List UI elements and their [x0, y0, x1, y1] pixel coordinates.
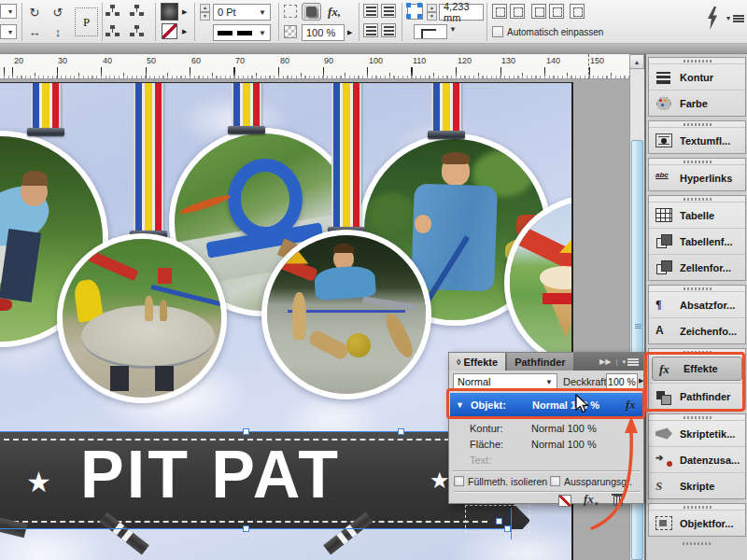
reference-point-proxy[interactable]: P [75, 7, 98, 36]
rotate-ccw-icon[interactable]: ↺ [49, 4, 67, 21]
selection-handle[interactable] [243, 428, 249, 435]
stroke-style-dropdown[interactable]: ▼ [213, 24, 271, 41]
align-bottom-icon[interactable] [363, 23, 378, 37]
photo-circle-player-aiming[interactable] [261, 230, 431, 399]
selection-handle[interactable] [243, 525, 249, 532]
menu-icon [733, 15, 744, 22]
application-window: ▾ ▾ ↻ ↺ ↔ ↕ P ▶ ▶ ▲▼ 0 Pt▼ ▼ fx, 100 % ▶ [0, 0, 747, 560]
stroke-swatch[interactable] [162, 23, 177, 39]
add-effect-fx-button[interactable]: fx▼ [584, 492, 599, 507]
selection-handle[interactable] [504, 525, 511, 532]
paragraph-styles-icon: ¶ [655, 298, 672, 312]
flip-vertical-icon[interactable]: ↕ [49, 23, 67, 40]
banner-star-right: ★ [430, 468, 450, 494]
effects-target-icon[interactable] [284, 5, 297, 18]
center-content-icon[interactable] [531, 4, 546, 19]
toolbar-panel-menu[interactable]: ▾ [726, 14, 744, 22]
chevron-down-icon: ▼ [594, 501, 599, 507]
tab-effekte[interactable]: ◊ Effekte [449, 353, 505, 371]
clear-effects-button[interactable] [558, 495, 571, 507]
dock-item-tabellenformate[interactable]: Tabellenf... [649, 228, 745, 254]
photo-circle-course-table[interactable] [57, 233, 227, 403]
flip-horizontal-icon[interactable]: ↔ [25, 23, 44, 40]
corner-options[interactable] [414, 24, 447, 39]
fit-proportional-icon[interactable] [549, 4, 564, 19]
selection-handle[interactable] [398, 428, 404, 435]
corner-options-dropdown-icon[interactable]: ▼ [449, 25, 457, 34]
toolbar-dropdown-left-2[interactable]: ▾ [0, 24, 17, 39]
stroke-flyout-icon[interactable]: ▶ [182, 28, 187, 35]
rotate-cw-icon[interactable]: ↻ [25, 4, 44, 21]
toolbar-dropdown-left-1[interactable]: ▾ [0, 4, 17, 19]
opacity-flyout-icon[interactable]: ▶ [639, 377, 643, 385]
select-container-icon[interactable] [106, 5, 120, 17]
opacity-field[interactable]: 100 % [302, 24, 345, 41]
chevron-down-icon: ▾ [8, 28, 12, 36]
align-top-icon[interactable] [363, 4, 378, 18]
page-edge-guide [588, 54, 589, 79]
dock-item-skriptetiketten[interactable]: Skriptetik... [649, 420, 745, 446]
knockout-group-label: Aussparungsgr. [564, 476, 632, 487]
effects-row-flaeche[interactable]: Fläche: Normal 100 % [449, 436, 643, 452]
selection-edge-top [0, 431, 450, 432]
dock-item-tabelle[interactable]: Tabelle [649, 202, 745, 228]
isolate-blending-checkbox[interactable] [454, 476, 464, 486]
effects-panel-header: ◊ Effekte Pathfinder ▶▶ | ▾ [449, 353, 643, 371]
panel-collapse-diamond-icon: ◊ [457, 357, 460, 367]
selection-handle[interactable] [496, 518, 502, 525]
cell-styles-icon [655, 260, 672, 274]
chevron-down-icon: ▼ [545, 378, 553, 386]
fill-swatch[interactable] [161, 3, 178, 21]
autofit-checkbox[interactable] [492, 26, 503, 37]
collapse-panel-icon[interactable]: ▶▶ [599, 357, 611, 366]
dock-item-absatzformate[interactable]: ¶Absatzfor... [649, 291, 745, 317]
transparency-icon[interactable] [284, 25, 297, 38]
drop-shadow-button[interactable] [302, 3, 321, 21]
dock-item-hyperlinks[interactable]: abcHyperlinks [649, 164, 745, 190]
gap-field[interactable]: 4,233 mm [439, 4, 484, 21]
scroll-up-button[interactable]: ▲ [629, 54, 644, 69]
align-justify-icon[interactable] [381, 23, 396, 37]
panel-menu-icon[interactable]: ▾ [622, 358, 639, 366]
chevron-down-icon: ▼ [259, 29, 266, 37]
fill-flyout-icon[interactable]: ▶ [182, 8, 187, 16]
ribbon-clasp-5 [428, 131, 465, 139]
effects-row-kontur[interactable]: Kontur: Normal 100 % [449, 420, 643, 436]
select-prev-object-icon[interactable] [130, 5, 144, 17]
stroke-weight-field[interactable]: 0 Pt▼ [213, 4, 271, 21]
dock-item-kontur[interactable]: Kontur [649, 63, 745, 90]
medal-ribbon-4[interactable] [331, 83, 361, 227]
tab-pathfinder[interactable]: Pathfinder [507, 353, 572, 371]
knockout-group-checkbox[interactable] [550, 476, 560, 486]
gap-stepper[interactable]: ▲▼ [427, 4, 437, 21]
dock-item-objektformate[interactable]: Objektfor... [649, 510, 745, 536]
object-effects-fx-button[interactable]: fx, [328, 5, 341, 20]
ribbon-clasp-1 [27, 128, 64, 136]
medal-ribbon-2[interactable] [134, 83, 163, 231]
dock-item-datenzusammenfuehrung[interactable]: ➔Datenzusa... [649, 446, 745, 472]
stroke-weight-stepper[interactable]: ▲▼ [200, 4, 210, 21]
delete-effect-trash-icon[interactable] [613, 496, 623, 506]
fit-frame-to-content-icon[interactable] [510, 4, 525, 19]
horizontal-ruler[interactable]: 20 30 40 50 60 70 80 90 100 110 120 130 … [0, 54, 629, 79]
select-next-object-icon[interactable] [130, 25, 144, 37]
dock-group-grip[interactable] [646, 540, 747, 546]
dock-item-textumfluss[interactable]: Textumfl... [649, 127, 745, 153]
fit-content-to-frame-icon[interactable] [492, 4, 507, 19]
fill-frame-proportional-icon[interactable] [570, 4, 585, 19]
dock-item-zellenformate[interactable]: Zellenfor... [649, 254, 745, 280]
quick-apply-icon[interactable] [706, 7, 719, 30]
select-content-icon[interactable] [106, 25, 120, 37]
dock-item-zeichenformate[interactable]: AZeichenfo... [649, 317, 745, 343]
opacity-flyout-icon[interactable]: ▶ [347, 29, 352, 36]
dock-item-farbe[interactable]: Farbe [649, 90, 745, 116]
dock-item-skripte[interactable]: SSkripte [649, 472, 745, 498]
align-center-icon[interactable] [381, 4, 396, 18]
medal-ribbon-3[interactable] [232, 83, 261, 126]
object-styles-icon [655, 516, 672, 530]
medal-ribbon-1[interactable] [31, 83, 61, 128]
medal-ribbon-5[interactable] [431, 83, 461, 131]
banner-title[interactable]: PIT PAT [80, 435, 416, 512]
effects-panel: ◊ Effekte Pathfinder ▶▶ | ▾ Normal ▼ Dec… [448, 352, 644, 504]
isolate-blending-label: Füllmeth. isolieren [468, 476, 547, 487]
